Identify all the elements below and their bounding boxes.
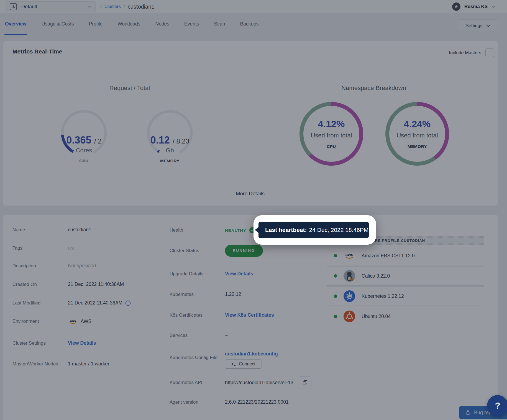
heartbeat-tooltip: Last heartbeat: 24 Dec, 2022 18:46PM [258,222,369,238]
heartbeat-tooltip-container: Last heartbeat: 24 Dec, 2022 18:46PM [254,215,376,245]
tooltip-arrow [255,227,259,233]
dim-overlay [0,0,507,420]
heartbeat-tooltip-value: 24 Dec, 2022 18:46PM [309,227,369,233]
heartbeat-tooltip-title: Last heartbeat: [265,227,307,233]
help-button[interactable]: ? [487,395,507,416]
help-question-mark: ? [495,401,500,411]
